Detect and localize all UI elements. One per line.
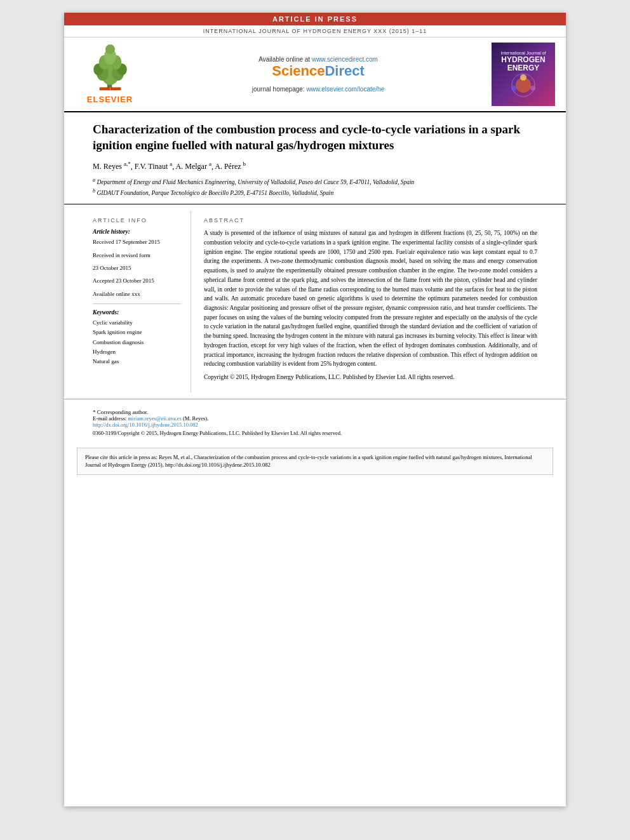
email-line: E-mail address: miriam.reyes@eii.uva.es … (93, 415, 537, 422)
hydrogen-logo-graphic (501, 72, 546, 98)
elsevier-logo: ELSEVIER (72, 43, 148, 106)
keyword-2: Spark ignition engine (93, 328, 181, 337)
two-column-section: ARTICLE INFO Article history: Received 1… (64, 204, 566, 399)
center-header: Available online at www.sciencedirect.co… (154, 43, 482, 106)
citation-box: Please cite this article in press as: Re… (77, 448, 553, 476)
issn-line: 0360-3199/Copyright © 2015, Hydrogen Ene… (93, 430, 537, 436)
hydrogen-logo-box: International Journal of HYDROGENENERGY (492, 43, 555, 106)
aip-banner: ARTICLE IN PRESS (64, 13, 566, 25)
journal-line-text: INTERNATIONAL JOURNAL OF HYDROGEN ENERGY… (203, 28, 427, 34)
top-header: ELSEVIER Available online at www.science… (64, 37, 566, 112)
received-revised-label: Received in revised form (93, 251, 181, 260)
keywords-label: Keywords: (93, 309, 181, 316)
article-info-heading: ARTICLE INFO (93, 217, 181, 223)
sciencedirect-logo: ScienceDirect (272, 63, 365, 79)
logo-main-text: HYDROGENENERGY (501, 56, 545, 72)
affiliations: a Department of Energy and Fluid Mechani… (93, 177, 537, 197)
corresponding-author-note: * Corresponding author. (93, 409, 537, 415)
article-page: ARTICLE IN PRESS INTERNATIONAL JOURNAL O… (64, 13, 566, 806)
elsevier-wordmark: ELSEVIER (87, 95, 133, 104)
footer-area: * Corresponding author. E-mail address: … (64, 399, 566, 443)
accepted-text: Accepted 23 October 2015 (93, 276, 181, 285)
received-text: Received 17 September 2015 (93, 237, 181, 246)
affiliation-b: b GIDAUT Foundation, Parque Tecnológico … (93, 187, 537, 197)
divider (93, 303, 181, 304)
authors: M. Reyes a,*, F.V. Tinaut a, A. Melgar a… (93, 161, 537, 171)
article-info-column: ARTICLE INFO Article history: Received 1… (64, 211, 191, 392)
keyword-4: Hydrogen (93, 347, 181, 357)
doi-line: http://dx.doi.org/10.1016/j.ijhydene.201… (93, 422, 537, 428)
keyword-5: Natural gas (93, 357, 181, 366)
available-online-text: Available online xxx (93, 290, 181, 298)
copyright-text: Copyright © 2015, Hydrogen Energy Public… (204, 373, 537, 382)
keyword-3: Combustion diagnosis (93, 338, 181, 347)
email-link[interactable]: miriam.reyes@eii.uva.es (128, 415, 182, 422)
elsevier-tree-icon (86, 44, 134, 92)
sciencedirect-link[interactable]: www.sciencedirect.com (312, 56, 378, 63)
aip-text: ARTICLE IN PRESS (272, 15, 358, 23)
abstract-heading: ABSTRACT (204, 217, 537, 223)
article-history-label: Article history: (93, 229, 181, 235)
abstract-column: ABSTRACT A study is presented of the inf… (191, 211, 566, 392)
abstract-text: A study is presented of the influence of… (204, 229, 537, 382)
svg-point-15 (530, 86, 535, 91)
affiliation-a: a Department of Energy and Fluid Mechani… (93, 177, 537, 187)
journal-homepage-text: journal homepage: www.elsevier.com/locat… (252, 86, 384, 93)
keyword-1: Cyclic variability (93, 318, 181, 328)
svg-point-16 (511, 86, 516, 91)
journal-line: INTERNATIONAL JOURNAL OF HYDROGEN ENERGY… (64, 25, 566, 37)
article-title: Characterization of the combustion proce… (93, 122, 537, 153)
title-section: Characterization of the combustion proce… (64, 112, 566, 204)
svg-point-9 (105, 44, 115, 54)
journal-homepage-link[interactable]: www.elsevier.com/locate/he (306, 86, 384, 93)
available-online-text: Available online at www.sciencedirect.co… (258, 56, 378, 63)
received-revised-date: 23 October 2015 (93, 263, 181, 272)
hydrogen-journal-logo: International Journal of HYDROGENENERGY (488, 43, 558, 106)
citation-text: Please cite this article in press as: Re… (85, 454, 532, 469)
doi-link[interactable]: http://dx.doi.org/10.1016/j.ijhydene.201… (93, 422, 198, 428)
svg-point-14 (520, 74, 526, 81)
